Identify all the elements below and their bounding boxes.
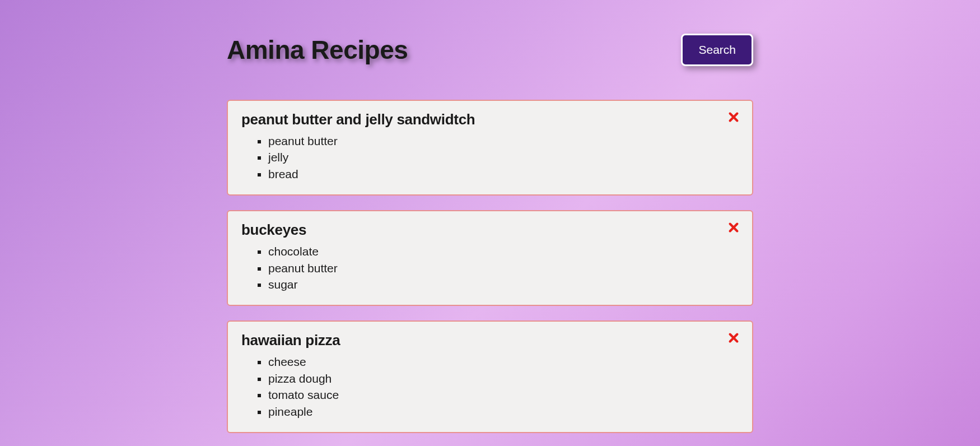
list-item: tomato sauce [268, 387, 739, 403]
list-item: peanut butter [268, 260, 739, 276]
recipe-card[interactable]: peanut butter and jelly sandwidtch peanu… [227, 100, 753, 196]
list-item: pizza dough [268, 370, 739, 387]
list-item: jelly [268, 149, 739, 165]
close-icon[interactable] [727, 332, 740, 344]
list-item: sugar [268, 276, 739, 292]
list-item: cheese [268, 354, 739, 370]
list-item: pineaple [268, 403, 739, 420]
ingredients-list: chocolate peanut butter sugar [241, 243, 739, 292]
recipe-title: peanut butter and jelly sandwidtch [241, 111, 739, 128]
close-icon[interactable] [727, 221, 740, 234]
close-icon[interactable] [727, 111, 740, 123]
search-button[interactable]: Search [681, 34, 753, 66]
page-title: Amina Recipes [227, 35, 408, 65]
list-item: bread [268, 166, 739, 182]
recipe-title: buckeyes [241, 221, 739, 239]
recipe-title: hawaiian pizza [241, 332, 739, 349]
ingredients-list: cheese pizza dough tomato sauce pineaple [241, 354, 739, 420]
main-container: Amina Recipes Search peanut butter and j… [227, 0, 753, 446]
ingredients-list: peanut butter jelly bread [241, 133, 739, 182]
recipe-card[interactable]: hawaiian pizza cheese pizza dough tomato… [227, 320, 753, 433]
recipes-list: peanut butter and jelly sandwidtch peanu… [227, 100, 753, 433]
list-item: chocolate [268, 243, 739, 259]
recipe-card[interactable]: buckeyes chocolate peanut butter sugar [227, 210, 753, 306]
header: Amina Recipes Search [227, 34, 753, 66]
list-item: peanut butter [268, 133, 739, 149]
